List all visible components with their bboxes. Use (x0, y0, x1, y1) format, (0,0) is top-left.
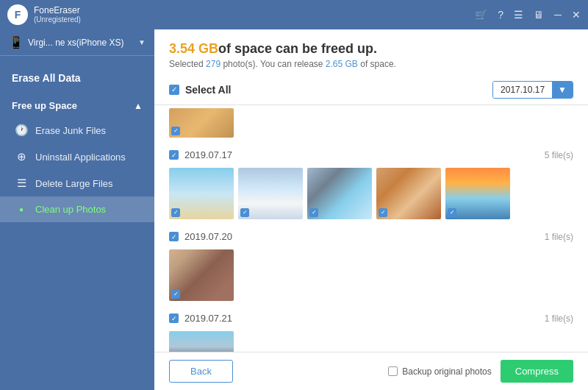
sidebar-item-uninstall-apps[interactable]: ⊕ Uninstall Applications (0, 143, 154, 170)
file-count-2: 1 file(s) (545, 232, 573, 242)
photo-grid-2: ✓ (169, 249, 573, 301)
content-toolbar: ✓ Select All 2017.10.17 ▼ (154, 75, 588, 105)
date-group-3: ✓ 2019.07.21 1 file(s) ✓ (169, 308, 573, 352)
file-count-3: 1 file(s) (545, 313, 573, 324)
sidebar: 📱 Virgi... ne xs(iPhone XS) ▼ Erase All … (0, 29, 154, 390)
date-group-header-3[interactable]: ✓ 2019.07.21 1 file(s) (169, 308, 573, 328)
select-all-checkbox[interactable]: ✓ (169, 85, 179, 95)
thumb-checkbox[interactable]: ✓ (448, 208, 456, 217)
backup-original-checkbox[interactable] (388, 366, 398, 376)
green-square-icon: ▪ (15, 203, 28, 216)
backup-label: Backup original photos (402, 366, 491, 377)
date-label-3: 2019.07.21 (184, 313, 232, 324)
footer-right: Backup original photos Compress (388, 360, 573, 383)
free-up-space-header: Free up Space ▲ (0, 94, 154, 117)
collapse-icon[interactable]: ▲ (134, 101, 143, 111)
device-name: Virgi... ne xs(iPhone XS) (28, 38, 124, 48)
space-amount: 3.54 GB (169, 41, 218, 56)
device-selector[interactable]: 📱 Virgi... ne xs(iPhone XS) ▼ (0, 29, 154, 56)
date-group-checkbox-1[interactable]: ✓ (169, 150, 179, 160)
title-bar-controls: 🛒 ? ☰ 🖥 ─ ✕ (475, 9, 581, 21)
thumb-checkbox[interactable]: ✓ (171, 127, 180, 135)
content-header: 3.54 GBof space can be freed up. Selecte… (154, 29, 588, 75)
question-icon[interactable]: ? (498, 9, 503, 21)
title-bar: F FoneEraser (Unregistered) 🛒 ? ☰ 🖥 ─ ✕ (0, 0, 588, 29)
backup-checkbox-row: Backup original photos (388, 366, 491, 377)
title-bar-left: F FoneEraser (Unregistered) (7, 4, 81, 25)
content-area: 3.54 GBof space can be freed up. Selecte… (154, 29, 588, 390)
select-all-row: ✓ Select All (169, 84, 232, 96)
photos-scroll[interactable]: ✓ ✓ 2019.07.17 5 file(s) ✓ (154, 105, 588, 352)
thumb-checkbox[interactable]: ✓ (240, 208, 249, 217)
photo-thumb[interactable]: ✓ (169, 168, 234, 219)
date-filter-text: 2017.10.17 (493, 82, 552, 98)
monitor-icon[interactable]: 🖥 (534, 9, 544, 21)
plus-circle-icon: ⊕ (15, 150, 28, 163)
thumb-checkbox[interactable]: ✓ (309, 208, 318, 217)
file-count-1: 5 file(s) (545, 150, 573, 160)
date-label-1: 2019.07.17 (184, 149, 232, 160)
sidebar-item-erase-all[interactable]: Erase All Data (0, 65, 154, 91)
photo-thumb[interactable]: ✓ (169, 331, 234, 352)
date-group-header-1[interactable]: ✓ 2019.07.17 5 file(s) (169, 145, 573, 165)
app-icon: F (7, 4, 28, 25)
partial-photo-row: ✓ (169, 108, 573, 138)
content-footer: Back Backup original photos Compress (154, 352, 588, 390)
date-dropdown-btn[interactable]: ▼ (552, 82, 573, 98)
photo-thumb[interactable]: ✓ (238, 168, 303, 219)
thumb-checkbox[interactable]: ✓ (171, 208, 180, 217)
sidebar-item-clean-photos[interactable]: ▪ Clean up Photos (0, 196, 154, 222)
compress-button[interactable]: Compress (501, 360, 573, 383)
date-group-checkbox-3[interactable]: ✓ (169, 313, 179, 323)
menu-icon[interactable]: ☰ (514, 9, 523, 21)
thumb-checkbox[interactable]: ✓ (171, 290, 180, 299)
partial-thumb[interactable]: ✓ (169, 108, 234, 138)
photo-thumb[interactable]: ✓ (445, 168, 510, 219)
sidebar-item-delete-large[interactable]: ☰ Delete Large Files (0, 170, 154, 196)
minimize-icon[interactable]: ─ (554, 9, 562, 21)
date-group-header-2[interactable]: ✓ 2019.07.20 1 file(s) (169, 227, 573, 247)
date-group-checkbox-2[interactable]: ✓ (169, 232, 179, 241)
device-icon: 📱 (9, 35, 24, 49)
photo-grid-1: ✓ ✓ ✓ ✓ ✓ (169, 168, 573, 219)
checkbox-check-icon: ✓ (171, 86, 177, 93)
space-freed-title: 3.54 GBof space can be freed up. (169, 41, 573, 57)
date-group-1: ✓ 2019.07.17 5 file(s) ✓ ✓ ✓ (169, 145, 573, 219)
date-label-2: 2019.07.20 (184, 231, 232, 242)
close-icon[interactable]: ✕ (572, 9, 581, 21)
thumb-checkbox[interactable]: ✓ (379, 208, 387, 217)
date-filter-dropdown[interactable]: 2017.10.17 ▼ (492, 81, 573, 99)
cart-icon[interactable]: 🛒 (475, 9, 487, 21)
photo-thumb[interactable]: ✓ (307, 168, 372, 219)
date-group-2: ✓ 2019.07.20 1 file(s) ✓ (169, 227, 573, 301)
photo-grid-3: ✓ (169, 331, 573, 352)
photo-thumb[interactable]: ✓ (376, 168, 441, 219)
clock-icon: 🕐 (15, 124, 28, 137)
list-icon: ☰ (15, 177, 28, 190)
space-freed-subtitle: Selected 279 photo(s). You can release 2… (169, 59, 573, 69)
free-up-space-section: Free up Space ▲ 🕐 Erase Junk Files ⊕ Uni… (0, 91, 154, 225)
sidebar-section: Erase All Data Free up Space ▲ 🕐 Erase J… (0, 56, 154, 234)
select-all-label: Select All (185, 84, 232, 96)
back-button[interactable]: Back (169, 360, 233, 383)
app-name: FoneEraser (Unregistered) (34, 5, 81, 24)
main-container: 📱 Virgi... ne xs(iPhone XS) ▼ Erase All … (0, 29, 588, 390)
sidebar-item-erase-junk[interactable]: 🕐 Erase Junk Files (0, 117, 154, 143)
chevron-down-icon: ▼ (138, 38, 146, 46)
photo-thumb[interactable]: ✓ (169, 249, 234, 301)
